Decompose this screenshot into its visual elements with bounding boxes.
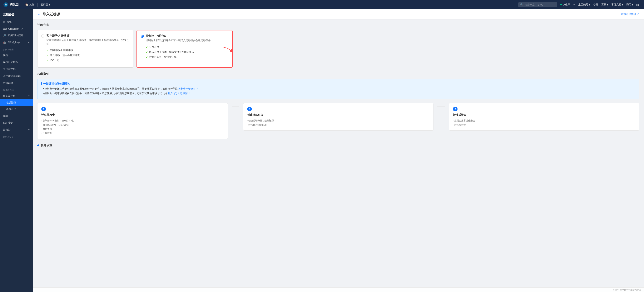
section-label-instance: 实例与镜像 [0, 46, 33, 52]
group-link[interactable]: 集团账号 ▾ [578, 3, 590, 6]
chevron-icon: ▾ [28, 41, 30, 44]
sidebar-item-mirror[interactable]: 镜像 [0, 112, 33, 119]
card1-title: 客户端导入迁移源 [46, 34, 130, 38]
sidebar-item-auto-helper[interactable]: 🤖 自动化助手 ▾ [0, 39, 33, 46]
back-button[interactable]: ← [37, 12, 41, 16]
check-icon: ✓ [146, 56, 148, 59]
miniprogram-dot [560, 4, 562, 6]
step-items-1: · 获取云 API 密钥（识别目标端） · 获取源端密钥（识别源端） · 数据备… [41, 119, 224, 135]
card2-features: ✓ 公网迁移 ✓ 跨云迁移：适用于源端实例在友商阿里云 ✓ 控制台即可一键批量迁… [146, 45, 228, 59]
blue-dot [37, 144, 39, 147]
red-arrow [222, 47, 234, 55]
sidebar-item-hpc[interactable]: 高性能计算集群 [0, 73, 33, 80]
card2-feature-1: ✓ 公网迁移 [146, 45, 228, 49]
section-label-network: 网络与安全 [0, 133, 33, 139]
sidebar-item-recycle[interactable]: 回收站 ▾ [0, 126, 33, 133]
sidebar: 云服务器 ⊞ 概览 ⌨ OrcaTerm ↗ 🔎 实例自助检测 🤖 自动化助手 … [0, 9, 33, 292]
search-icon: 🔎 [3, 34, 6, 37]
chevron-right-icon: ▾ [28, 128, 30, 131]
card1-feature-2: ✓ 跨云迁移：适用各种源环境 [46, 54, 130, 57]
sidebar-item-instance[interactable]: 实例 [0, 52, 33, 59]
card2-feature-3: ✓ 控制台即可一键批量迁移 [146, 55, 228, 59]
step-card-1: 1 迁移前检查 · 获取云 API 密钥（识别目标端） · 获取源端密钥（识别源… [37, 103, 228, 139]
nav-actions: 小程序 ✉ 集团账号 ▾ 备案 工具 ▾ 客服支持 ▾ 费用 ▾ IR ~ [560, 3, 641, 6]
card2-title: 控制台一键迁移 [146, 34, 211, 38]
console-guide-link[interactable]: 控制台一键迁移 ↗ [178, 87, 199, 90]
card1-header: 客户端导入迁移源 登录源端实例运行工具并导入迁移源，并在控制台上创建迁移任务，完… [41, 34, 130, 46]
card1-feature-3: ✓ IDC上云 [46, 59, 130, 62]
step-cards-row: 1 迁移前检查 · 获取云 API 密钥（识别目标端） · 获取源端密钥（识别源… [37, 103, 640, 139]
sidebar-item-orcaterm[interactable]: ⌨ OrcaTerm ↗ [0, 26, 33, 32]
page-header-left: ← 导入迁移源 [37, 12, 60, 17]
sidebar-item-online-migration[interactable]: 在线迁移 [0, 99, 33, 106]
step-num-3: 3 [453, 107, 458, 111]
content-area: ← 导入迁移源 在线迁移指引 ↗ 迁移方式 客户端导入迁移源 登录源端实例运行工… [33, 9, 644, 292]
step-connector-2 [437, 103, 445, 107]
fee-link[interactable]: 费用 ▾ [626, 3, 633, 6]
check-icon: ✓ [146, 51, 148, 54]
page-title: 导入迁移源 [43, 12, 60, 17]
card2-desc: 控制台上验证访问身份即可一键导入迁移源并创建迁移任务 [146, 39, 211, 42]
migration-card-client[interactable]: 客户端导入迁移源 登录源端实例运行工具并导入迁移源，并在控制台上创建迁移任务，完… [37, 30, 134, 68]
grid-icon: ⊞ [3, 21, 5, 24]
sidebar-item-placement[interactable]: 置放群组 [0, 80, 33, 86]
card2-header: 控制台一键迁移 控制台上验证访问身份即可一键导入迁移源并创建迁移任务 [141, 34, 228, 42]
miniprogram-link[interactable]: 小程序 [560, 3, 570, 6]
tools-link[interactable]: 工具 ▾ [601, 3, 608, 6]
task-setup-label: 任务设置 [41, 143, 52, 147]
nav-divider2 [37, 3, 38, 7]
check-icon: ✓ [46, 54, 49, 57]
notice-item-1: 控制台一键迁移功能对源端服务器环境有一定要求，源端服务器需要安装对应的云助手、需… [41, 87, 636, 90]
notice-item-2: 控制台一键迁移功能在迭代优化中，目前仅支持部分场景使用。如不满足您的需求，可以尝… [41, 92, 636, 95]
logo[interactable]: 腾讯云 [3, 2, 19, 7]
search-icon: 🔍 [520, 3, 524, 6]
page-header: ← 导入迁移源 在线迁移指引 ↗ [33, 9, 644, 20]
robot-icon: 🤖 [3, 41, 6, 44]
watermark: CSDN @小猪学长生活大学院 [613, 288, 641, 291]
steps-section-title: 步骤指引 [37, 72, 640, 76]
terminal-icon: ⌨ [3, 27, 7, 30]
sidebar-item-offline-migration[interactable]: 离线迁移 [0, 106, 33, 112]
step-title-2: 创建迁移任务 [247, 113, 430, 117]
sidebar-item-auto-detect[interactable]: 🔎 实例自助检测 [0, 32, 33, 39]
support-link[interactable]: 客服支持 ▾ [611, 3, 623, 6]
bottom-bar: CSDN @小猪学长生活大学院 [33, 287, 644, 292]
sidebar-item-dedicated[interactable]: 专用宿主机 [0, 66, 33, 73]
content-body: 迁移方式 客户端导入迁移源 登录源端实例运行工具并导入迁移源，并在控制台上创建迁… [33, 20, 644, 287]
step-card-3: 3 迁移后检查 · 控制台查看迁移进度 · 迁移后检查 [449, 103, 640, 130]
sidebar-item-overview[interactable]: ⊞ 概览 [0, 19, 33, 26]
nav-products[interactable]: 云产品 ▾ [40, 3, 50, 6]
step-connector-1 [232, 103, 239, 107]
ir-badge: IR ~ [636, 3, 641, 6]
section-label-migration: 服务器迁移 [0, 86, 33, 92]
sidebar-item-ssh[interactable]: SSH密钥 [0, 119, 33, 126]
card2-feature-2: ✓ 跨云迁移：适用于源端实例在友商阿里云 [146, 50, 228, 54]
chevron-down-icon: ▾ [28, 95, 30, 97]
mail-link[interactable]: ✉ [573, 3, 575, 6]
step-title-1: 迁移前检查 [41, 113, 224, 117]
step-num-2: 2 [247, 107, 252, 111]
client-guide-link[interactable]: 客户端导入迁移源 ↗ [168, 92, 191, 95]
check-icon: ✓ [46, 49, 49, 52]
migration-cards: 客户端导入迁移源 登录源端实例运行工具并导入迁移源，并在控制台上创建迁移任务，完… [37, 30, 640, 68]
card1-desc: 登录源端实例运行工具并导入迁移源，并在控制台上创建迁移任务，完成迁移 [46, 39, 130, 46]
backup-link[interactable]: 备案 [593, 3, 598, 6]
card2-radio[interactable] [141, 35, 144, 38]
search-bar[interactable]: 🔍 [518, 2, 557, 7]
sidebar-item-template[interactable]: 实例启动模板 [0, 59, 33, 66]
step-num-1: 1 [41, 107, 46, 111]
task-setup-section: 任务设置 [37, 143, 640, 147]
check-icon: ✓ [46, 59, 49, 62]
card1-features: ✓ 公网迁移 & 内网迁移 ✓ 跨云迁移：适用各种源环境 ✓ IDC上云 [46, 49, 130, 62]
card1-radio[interactable] [41, 35, 44, 38]
nav-home[interactable]: 🏠 总览 [25, 3, 34, 6]
step-title-3: 迁移后检查 [453, 113, 635, 117]
migration-card-console[interactable]: 控制台一键迁移 控制台上验证访问身份即可一键导入迁移源并创建迁移任务 ✓ 公网迁… [136, 30, 232, 68]
external-link-icon: ↗ [21, 28, 23, 30]
sidebar-group-migration[interactable]: 服务器迁移 ▾ [0, 92, 33, 99]
online-guide-link[interactable]: 在线迁移指引 ↗ [621, 13, 640, 16]
search-input[interactable] [524, 3, 556, 6]
notice-header: ℹ 一键迁移功能使用须知 [41, 82, 636, 85]
info-icon: ℹ [41, 82, 42, 85]
step-card-2: 2 创建迁移任务 · 验证源端身份，选择迁源 · 迁移目标信息配置 [243, 103, 434, 130]
